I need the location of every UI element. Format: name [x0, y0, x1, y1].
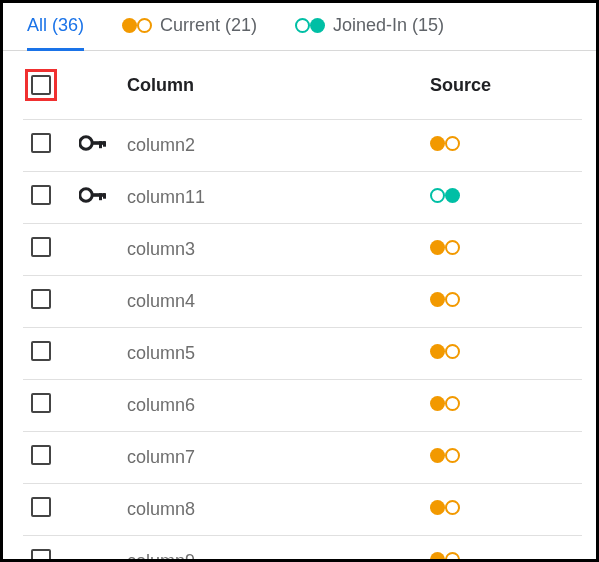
row-checkbox[interactable] — [31, 237, 51, 257]
column-name: column4 — [127, 291, 195, 311]
column-name: column2 — [127, 135, 195, 155]
row-checkbox[interactable] — [31, 393, 51, 413]
current-source-icon — [430, 552, 460, 559]
svg-rect-1 — [91, 141, 105, 145]
column-name: column6 — [127, 395, 195, 415]
row-checkbox[interactable] — [31, 289, 51, 309]
row-checkbox[interactable] — [31, 341, 51, 361]
current-source-icon — [430, 500, 460, 515]
current-source-icon — [430, 136, 460, 151]
tab-all[interactable]: All (36) — [27, 15, 84, 50]
columns-table: Column Source column2 column11 column3 c… — [23, 51, 582, 559]
table-row: column11 — [23, 172, 582, 224]
tab-joined-label: Joined-In (15) — [333, 15, 444, 36]
table-row: column6 — [23, 380, 582, 432]
svg-rect-2 — [99, 141, 102, 148]
select-all-highlight — [25, 69, 57, 101]
svg-rect-5 — [91, 193, 105, 197]
tabs-bar: All (36) Current (21) Joined-In (15) — [3, 3, 596, 51]
table-row: column7 — [23, 432, 582, 484]
joined-source-icon — [295, 18, 325, 33]
current-source-icon — [430, 240, 460, 255]
svg-point-4 — [80, 189, 92, 201]
columns-table-scroll[interactable]: Column Source column2 column11 column3 c… — [3, 51, 596, 559]
table-row: column3 — [23, 224, 582, 276]
column-name: column5 — [127, 343, 195, 363]
table-row: column2 — [23, 120, 582, 172]
table-row: column5 — [23, 328, 582, 380]
select-all-checkbox[interactable] — [31, 75, 51, 95]
header-column: Column — [119, 51, 422, 120]
svg-rect-7 — [103, 193, 106, 199]
current-source-icon — [430, 396, 460, 411]
column-name: column8 — [127, 499, 195, 519]
primary-key-icon — [79, 187, 107, 203]
tab-all-label: All (36) — [27, 15, 84, 36]
table-row: column8 — [23, 484, 582, 536]
joined-source-icon — [430, 188, 460, 203]
tab-joined-in[interactable]: Joined-In (15) — [295, 15, 444, 50]
column-name: column7 — [127, 447, 195, 467]
current-source-icon — [430, 344, 460, 359]
column-name: column11 — [127, 187, 205, 207]
current-source-icon — [122, 18, 152, 33]
svg-point-0 — [80, 137, 92, 149]
row-checkbox[interactable] — [31, 185, 51, 205]
column-name: column9 — [127, 551, 195, 559]
header-source: Source — [422, 51, 582, 120]
row-checkbox[interactable] — [31, 133, 51, 153]
column-name: column3 — [127, 239, 195, 259]
row-checkbox[interactable] — [31, 445, 51, 465]
current-source-icon — [430, 292, 460, 307]
tab-current[interactable]: Current (21) — [122, 15, 257, 50]
current-source-icon — [430, 448, 460, 463]
tab-current-label: Current (21) — [160, 15, 257, 36]
table-row: column9 — [23, 536, 582, 560]
svg-rect-6 — [99, 193, 102, 200]
row-checkbox[interactable] — [31, 549, 51, 559]
table-row: column4 — [23, 276, 582, 328]
svg-rect-3 — [103, 141, 106, 147]
row-checkbox[interactable] — [31, 497, 51, 517]
primary-key-icon — [79, 135, 107, 151]
